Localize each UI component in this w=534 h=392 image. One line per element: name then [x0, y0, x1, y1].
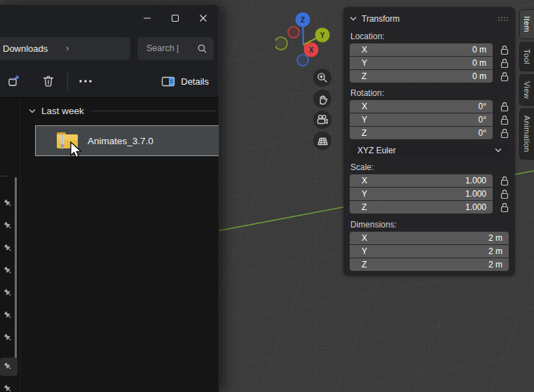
close-icon [199, 14, 207, 22]
field-value: 0° [479, 115, 486, 125]
nav-scrollbar[interactable] [15, 177, 17, 366]
field-value: 0° [479, 128, 486, 138]
maximize-icon [171, 14, 179, 22]
tab-tool[interactable]: Tool [519, 42, 534, 71]
chevron-down-icon [350, 16, 357, 21]
pinned-item[interactable] [3, 243, 14, 254]
pinned-item[interactable] [3, 384, 14, 392]
location-x-field[interactable]: X 0 m [350, 43, 493, 56]
minimize-icon [143, 14, 151, 22]
dimensions-z-field[interactable]: Z 2 m [350, 258, 509, 271]
pushpin-icon [3, 310, 14, 321]
navigation-pane [0, 98, 20, 392]
axis-label: Z [362, 202, 367, 212]
rotation-x-field[interactable]: X 0° [350, 100, 493, 113]
more-options-button[interactable] [76, 72, 95, 90]
location-z-field[interactable]: Z 0 m [350, 70, 493, 83]
details-pane-icon [161, 76, 175, 88]
rotation-z-field[interactable]: Z 0° [350, 127, 493, 139]
breadcrumb[interactable]: Downloads › [0, 37, 130, 60]
chevron-down-icon [495, 148, 502, 153]
scale-y-field[interactable]: Y 1.000 [350, 188, 493, 200]
pushpin-icon [3, 198, 14, 209]
pushpin-icon [3, 288, 14, 299]
file-list-area[interactable]: Last week Animates_3.7.0 [20, 98, 219, 392]
pinned-item-highlighted[interactable] [3, 361, 14, 372]
pinned-item[interactable] [3, 310, 14, 321]
unlock-icon [500, 71, 509, 82]
group-header[interactable]: Last week [29, 106, 216, 116]
lock-toggle[interactable] [493, 58, 509, 69]
scale-x-field[interactable]: X 1.000 [350, 174, 493, 187]
navigation-gizmo[interactable]: Z Y X [275, 8, 334, 71]
lock-toggle[interactable] [493, 45, 509, 55]
field-value: 0 m [472, 71, 486, 81]
pan-button[interactable] [313, 90, 331, 108]
ellipsis-icon [78, 79, 93, 83]
scale-x-row: X 1.000 [350, 174, 509, 187]
magnifier-plus-icon [316, 71, 329, 84]
search-input[interactable]: Search | [137, 37, 214, 60]
gizmo-y-label: Y [320, 31, 325, 39]
maximize-button[interactable] [161, 8, 189, 28]
delete-button[interactable] [39, 72, 57, 90]
scale-z-field[interactable]: Z 1.000 [350, 201, 493, 214]
drag-handle-icon[interactable] [498, 16, 509, 22]
rotation-label: Rotation: [350, 88, 509, 98]
lock-toggle[interactable] [493, 115, 509, 125]
lock-toggle[interactable] [493, 176, 509, 186]
rotation-mode-value: XYZ Euler [357, 146, 396, 155]
pinned-item[interactable] [3, 198, 14, 209]
lock-toggle[interactable] [493, 71, 509, 82]
lock-toggle[interactable] [493, 102, 509, 112]
pinned-item[interactable] [3, 265, 14, 276]
search-text: Search | [146, 43, 179, 53]
lock-toggle[interactable] [493, 189, 509, 200]
lock-toggle[interactable] [493, 128, 509, 139]
address-row: Downloads › Search | [0, 31, 219, 65]
share-button[interactable] [6, 72, 24, 90]
axis-label: Z [362, 71, 367, 81]
field-value: 1.000 [465, 189, 486, 199]
gizmo-z-negative-ball[interactable] [297, 55, 308, 66]
zoom-button[interactable] [313, 69, 331, 87]
tab-view[interactable]: View [519, 74, 534, 106]
unlock-icon [500, 189, 509, 200]
breadcrumb-folder[interactable]: Downloads [3, 43, 48, 54]
details-button[interactable]: Details [161, 76, 209, 88]
dimensions-x-field[interactable]: X 2 m [350, 232, 509, 244]
dimensions-y-field[interactable]: Y 2 m [350, 245, 509, 258]
pinned-item[interactable] [3, 288, 14, 299]
grid-plane-icon [316, 134, 329, 147]
rotation-x-row: X 0° [350, 100, 509, 113]
unlock-icon [500, 115, 509, 125]
close-button[interactable] [189, 8, 217, 28]
lock-toggle[interactable] [493, 202, 509, 213]
tab-item[interactable]: Item [519, 9, 534, 39]
mouse-cursor [69, 141, 84, 160]
minimize-button[interactable] [133, 8, 161, 28]
location-y-row: Y 0 m [350, 57, 509, 69]
pinned-item[interactable] [3, 220, 14, 232]
field-value: 1.000 [465, 202, 486, 212]
transform-panel: Transform Location: X 0 m Y [343, 7, 515, 276]
unlock-icon [500, 128, 509, 139]
file-item-selected[interactable]: Animates_3.7.0 [35, 125, 219, 156]
breadcrumb-chevron-icon[interactable]: › [66, 43, 69, 53]
toolbar-separator [67, 72, 68, 90]
axis-label: X [362, 233, 367, 243]
transform-panel-header[interactable]: Transform [350, 11, 509, 26]
rotation-y-field[interactable]: Y 0° [350, 113, 493, 126]
location-y-field[interactable]: Y 0 m [350, 57, 493, 69]
axis-label: X [362, 102, 367, 111]
gizmo-x-negative-ball[interactable] [288, 27, 299, 38]
unlock-icon [500, 176, 509, 186]
camera-view-button[interactable] [313, 111, 331, 129]
pinned-item[interactable] [3, 332, 14, 344]
rotation-mode-dropdown[interactable]: XYZ Euler [350, 144, 509, 157]
perspective-toggle-button[interactable] [313, 132, 331, 150]
gizmo-y-negative-ball[interactable] [275, 37, 287, 50]
title-bar[interactable] [0, 5, 219, 31]
tab-animation[interactable]: Animation [519, 108, 534, 160]
scale-label: Scale: [350, 162, 509, 172]
